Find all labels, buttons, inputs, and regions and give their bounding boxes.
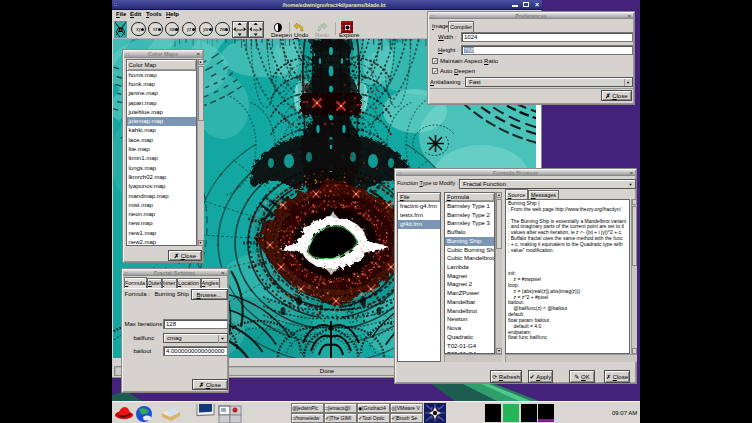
svg-text:wp: wp (253, 27, 259, 32)
svg-text:pan: pan (236, 27, 244, 32)
